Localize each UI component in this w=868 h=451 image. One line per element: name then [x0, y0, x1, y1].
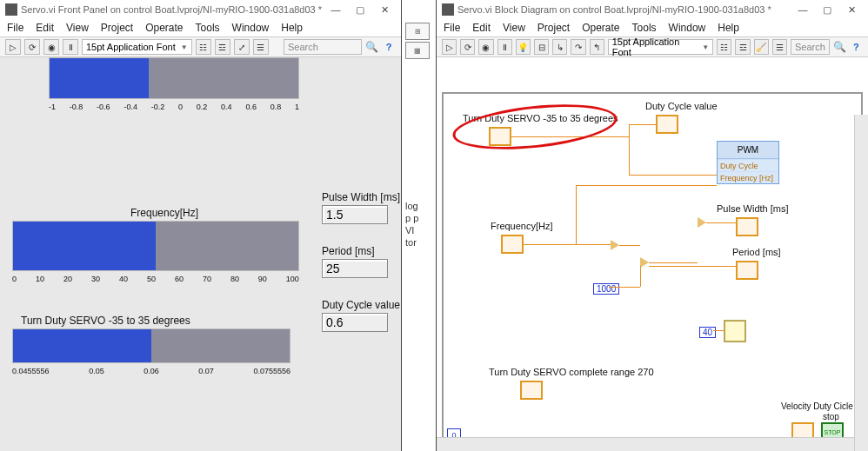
- window-icon: [442, 3, 454, 16]
- menu-window[interactable]: Window: [669, 22, 706, 34]
- menu-edit[interactable]: Edit: [472, 22, 491, 34]
- search-input[interactable]: Search: [284, 39, 362, 55]
- menu-file[interactable]: File: [444, 22, 460, 34]
- period-indicator-terminal[interactable]: [736, 261, 758, 280]
- stop-label: stop: [823, 412, 839, 421]
- reorder-button[interactable]: ☰: [253, 39, 269, 55]
- window-icon: [5, 3, 17, 16]
- help-icon[interactable]: ?: [382, 40, 396, 54]
- turn-duty-terminal-label: Turn Duty SERVO -35 to 35 degrees: [463, 113, 618, 123]
- pwm-express-vi[interactable]: PWM Duty Cycle Frequency [Hz]: [717, 141, 779, 184]
- help-icon[interactable]: ?: [850, 40, 863, 54]
- minimize-button[interactable]: —: [791, 2, 814, 17]
- scrollbar-vertical[interactable]: [854, 115, 868, 451]
- wait-ms-node[interactable]: [724, 320, 746, 342]
- pwm-row-duty: Duty Cycle: [718, 159, 778, 171]
- run-button[interactable]: ▷: [5, 39, 21, 55]
- cleanup-button[interactable]: 🧹: [754, 39, 769, 55]
- period-terminal-label: Period [ms]: [732, 247, 781, 257]
- minimize-button[interactable]: —: [324, 2, 347, 17]
- titlebar: Servo.vi Front Panel on control Boat.lvp…: [0, 0, 401, 19]
- slider-top[interactable]: -1 -0.8 -0.6 -0.4 -0.2 0 0.2 0.4 0.6 0.8…: [49, 57, 299, 118]
- reorder-button[interactable]: ☰: [772, 39, 787, 55]
- block-diagram-canvas[interactable]: Turn Duty SERVO -35 to 35 degrees Duty C…: [437, 57, 868, 451]
- search-input[interactable]: Search: [791, 39, 830, 55]
- slider-turn-duty[interactable]: 0.0455556 0.05 0.06 0.07 0.0755556: [12, 328, 290, 382]
- constant-1000[interactable]: 1000: [593, 283, 619, 295]
- step-into-button[interactable]: ↳: [552, 39, 567, 55]
- duty-cycle-indicator-terminal[interactable]: [656, 115, 678, 134]
- close-button[interactable]: ✕: [373, 2, 396, 17]
- front-panel-canvas[interactable]: -1 -0.8 -0.6 -0.4 -0.2 0 0.2 0.4 0.6 0.8…: [0, 57, 401, 451]
- reciprocal-node[interactable]: [611, 240, 619, 250]
- resize-button[interactable]: ⤢: [234, 39, 250, 55]
- grid-icon[interactable]: ⊞: [405, 23, 430, 40]
- pause-button[interactable]: Ⅱ: [63, 39, 78, 55]
- palette-icon[interactable]: ▦: [405, 42, 430, 59]
- menu-project[interactable]: Project: [101, 22, 133, 34]
- retain-wire-button[interactable]: ⊟: [534, 39, 549, 55]
- clipped-text: log p p VI tor: [405, 200, 418, 249]
- menu-operate[interactable]: Operate: [582, 22, 619, 34]
- menu-view[interactable]: View: [503, 22, 525, 34]
- highlight-button[interactable]: 💡: [516, 39, 531, 55]
- velocity-duty-label: Velocity Duty Cicle: [781, 401, 853, 411]
- front-panel-window: Servo.vi Front Panel on control Boat.lvp…: [0, 0, 402, 451]
- menubar: File Edit View Project Operate Tools Win…: [0, 19, 401, 36]
- period-label: Period [ms]: [322, 245, 388, 257]
- align-button[interactable]: ☷: [196, 39, 211, 55]
- duty-cycle-value: 0.6: [322, 313, 388, 332]
- maximize-button[interactable]: ▢: [816, 2, 838, 17]
- menu-tools[interactable]: Tools: [196, 22, 220, 34]
- block-diagram-window: Servo.vi Block Diagram on control Boat.l…: [437, 0, 868, 451]
- step-over-button[interactable]: ↷: [571, 39, 585, 55]
- window-title: Servo.vi Block Diagram on control Boat.l…: [457, 4, 791, 15]
- search-icon[interactable]: 🔍: [833, 41, 846, 53]
- align-button[interactable]: ☷: [717, 39, 731, 55]
- menu-tools[interactable]: Tools: [632, 22, 657, 34]
- run-continuous-button[interactable]: ⟳: [24, 39, 40, 55]
- turn-duty-270-control-terminal[interactable]: [520, 381, 543, 400]
- pulse-width-value: 1.5: [322, 205, 388, 224]
- close-button[interactable]: ✕: [840, 2, 863, 17]
- scrollbar-horizontal[interactable]: [437, 437, 854, 451]
- menu-project[interactable]: Project: [537, 22, 570, 34]
- menu-view[interactable]: View: [66, 22, 89, 34]
- constant-40[interactable]: 40: [699, 327, 716, 338]
- menu-help[interactable]: Help: [718, 22, 739, 34]
- toolbar: ▷ ⟳ ◉ Ⅱ 15pt Application Font ☷ ☲ ⤢ ☰ Se…: [0, 36, 401, 57]
- multiply-node[interactable]: [698, 217, 706, 228]
- font-dropdown[interactable]: 15pt Application Font: [82, 39, 192, 55]
- run-button[interactable]: ▷: [442, 39, 457, 55]
- frequency-terminal-label: Frequency[Hz]: [491, 221, 553, 231]
- step-out-button[interactable]: ↰: [590, 39, 604, 55]
- period-indicator: Period [ms] 25: [322, 245, 388, 278]
- search-icon[interactable]: 🔍: [365, 41, 378, 53]
- middle-strip: ⊞ ▦ log p p VI tor: [402, 0, 437, 451]
- menubar: File Edit View Project Operate Tools Win…: [437, 19, 868, 36]
- maximize-button[interactable]: ▢: [349, 2, 371, 17]
- distribute-button[interactable]: ☲: [215, 39, 230, 55]
- frequency-control-terminal[interactable]: [501, 235, 524, 254]
- menu-operate[interactable]: Operate: [145, 22, 183, 34]
- duty-cycle-value-label: Duty Cycle value: [645, 101, 718, 111]
- font-dropdown[interactable]: 15pt Application Font: [608, 39, 714, 55]
- pulse-width-indicator-terminal[interactable]: [736, 217, 758, 236]
- turn-duty-control-terminal[interactable]: [489, 127, 511, 146]
- pulse-width-terminal-label: Pulse Width [ms]: [717, 203, 789, 214]
- abort-button[interactable]: ◉: [478, 39, 493, 55]
- turn-duty-270-label: Turn Duty SERVO complete range 270: [489, 367, 654, 377]
- slider-frequency[interactable]: 0 10 20 30 40 50 60 70 80 90 100: [12, 221, 299, 290]
- pulse-width-label: Pulse Width [ms]: [322, 191, 400, 203]
- menu-help[interactable]: Help: [281, 22, 303, 34]
- window-title: Servo.vi Front Panel on control Boat.lvp…: [21, 4, 324, 15]
- distribute-button[interactable]: ☲: [735, 39, 750, 55]
- abort-button[interactable]: ◉: [43, 39, 59, 55]
- divide-node[interactable]: [640, 257, 649, 268]
- menu-edit[interactable]: Edit: [36, 22, 54, 34]
- pause-button[interactable]: Ⅱ: [497, 39, 512, 55]
- frequency-label: Frequency[Hz]: [130, 207, 198, 219]
- run-continuous-button[interactable]: ⟳: [460, 39, 475, 55]
- menu-window[interactable]: Window: [232, 22, 270, 34]
- menu-file[interactable]: File: [7, 22, 23, 34]
